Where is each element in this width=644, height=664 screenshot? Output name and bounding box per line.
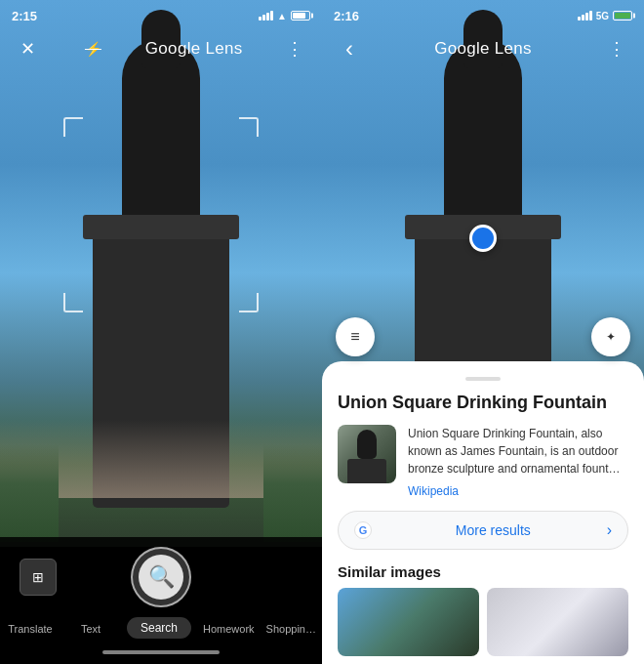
similar-image-1[interactable] [338,588,479,656]
status-icons: ▲ [259,11,310,21]
status-bar: 2:15 ▲ [0,0,322,27]
right-phone: 2:16 5G ‹ Google Lens ⋮ ≡ ✦ [322,0,644,664]
similar-images-title: Similar images [338,563,628,580]
more-results-inner: G More results [354,521,607,539]
right-status-time: 2:16 [334,9,359,23]
back-icon: ‹ [342,31,357,66]
tabs-row: Translate Text Search Homework Shoppin… [0,613,322,648]
tab-text[interactable]: Text [66,623,115,635]
result-text-block: Union Square Drinking Fountain, also kno… [408,425,628,499]
more-results-label: More results [380,522,607,538]
tab-search-pill: Search [127,617,191,639]
signal-icon [259,11,273,21]
more-results-button[interactable]: G More results › [338,511,628,550]
right-signal-icon [578,11,592,21]
tab-search[interactable]: Search [127,617,191,641]
network-badge: 5G [596,11,609,21]
right-more-menu-button[interactable]: ⋮ [603,35,630,62]
result-description: Union Square Drinking Fountain, also kno… [408,425,628,477]
brightness-button[interactable]: ✦ [591,317,630,356]
status-time: 2:15 [12,9,37,23]
corner-tl [63,117,83,137]
left-phone: 2:15 ▲ ✕ ⚡ Google Lens ⋮ [0,0,322,664]
filter-icon: ≡ [350,328,359,346]
shutter-button[interactable]: 🔍 [131,547,191,607]
right-app-header: ‹ Google Lens ⋮ [322,27,644,70]
result-title: Union Square Drinking Fountain [338,393,628,413]
bottom-bar: ⊞ 🔍 Translate Text Search Homework [0,537,322,664]
google-logo: G [354,521,372,539]
scan-frame [63,117,259,312]
result-thumbnail [338,425,396,483]
close-button[interactable]: ✕ [14,35,41,62]
app-header: ✕ ⚡ Google Lens ⋮ [0,27,322,70]
selection-dot [469,225,497,252]
tab-homework[interactable]: Homework [203,623,255,635]
similar-images-grid [338,588,628,656]
chevron-right-icon: › [607,521,612,539]
corner-tr [239,117,259,137]
wifi-icon: ▲ [277,11,287,21]
flash-button[interactable]: ⚡ [79,35,106,62]
back-button[interactable]: ‹ [336,35,363,62]
trees-left [0,444,59,542]
trees-right [263,444,322,542]
battery-icon [291,11,310,21]
result-panel: Union Square Drinking Fountain Union Squ… [322,361,644,664]
tab-shopping[interactable]: Shoppin… [266,623,316,635]
right-status-icons: 5G [578,11,632,21]
flash-icon: ⚡ [85,41,101,57]
similar-image-2[interactable] [487,588,628,656]
corner-bl [63,293,83,312]
camera-button-area: ⊞ 🔍 [0,537,322,613]
filter-button[interactable]: ≡ [336,317,375,356]
search-icon: 🔍 [148,564,175,590]
app-title: Google Lens [145,39,243,59]
more-menu-button[interactable]: ⋮ [281,35,308,62]
corner-br [239,293,259,312]
drag-handle [465,377,501,381]
tab-translate[interactable]: Translate [6,623,55,635]
result-card: Union Square Drinking Fountain, also kno… [338,425,628,499]
wikipedia-link[interactable]: Wikipedia [408,484,459,498]
brightness-icon: ✦ [606,330,616,344]
right-battery-icon [613,11,632,21]
gallery-button[interactable]: ⊞ [20,559,57,596]
right-app-title: Google Lens [434,39,532,59]
shutter-inner: 🔍 [139,555,183,600]
right-status-bar: 2:16 5G [322,0,644,27]
gallery-icon: ⊞ [32,569,44,585]
home-indicator [102,650,220,654]
